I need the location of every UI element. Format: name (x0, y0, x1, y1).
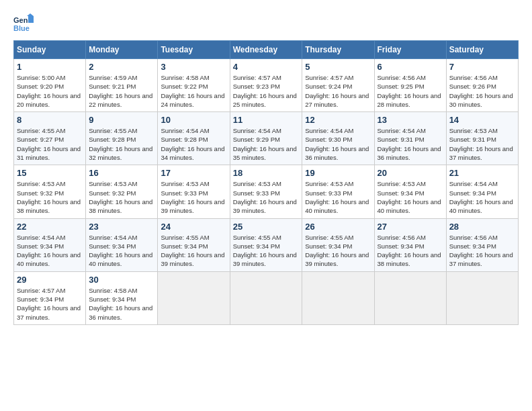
calendar-header-row: SundayMondayTuesdayWednesdayThursdayFrid… (14, 41, 519, 59)
calendar-cell (302, 271, 374, 324)
calendar-cell: 21 Sunrise: 4:54 AMSunset: 9:34 PMDaylig… (446, 165, 518, 218)
header-day-monday: Monday (86, 41, 158, 59)
calendar-cell: 4 Sunrise: 4:57 AMSunset: 9:23 PMDayligh… (230, 59, 302, 112)
calendar-cell (230, 271, 302, 324)
day-info: Sunrise: 4:57 AMSunset: 9:24 PMDaylight:… (305, 73, 371, 109)
day-number: 29 (17, 275, 83, 285)
day-number: 21 (449, 168, 515, 178)
day-number: 12 (305, 115, 371, 125)
header-day-thursday: Thursday (302, 41, 374, 59)
day-info: Sunrise: 4:57 AMSunset: 9:34 PMDaylight:… (17, 286, 83, 322)
calendar-cell: 25 Sunrise: 4:55 AMSunset: 9:34 PMDaylig… (230, 218, 302, 271)
calendar-cell: 24 Sunrise: 4:55 AMSunset: 9:34 PMDaylig… (158, 218, 230, 271)
calendar-cell: 23 Sunrise: 4:54 AMSunset: 9:34 PMDaylig… (86, 218, 158, 271)
day-number: 1 (17, 62, 83, 72)
day-info: Sunrise: 4:53 AMSunset: 9:33 PMDaylight:… (161, 179, 226, 215)
calendar-week-row: 29 Sunrise: 4:57 AMSunset: 9:34 PMDaylig… (14, 271, 519, 324)
day-info: Sunrise: 4:59 AMSunset: 9:21 PMDaylight:… (89, 73, 154, 109)
day-number: 17 (161, 168, 226, 178)
day-info: Sunrise: 4:56 AMSunset: 9:26 PMDaylight:… (449, 73, 515, 109)
calendar-cell: 12 Sunrise: 4:54 AMSunset: 9:30 PMDaylig… (302, 112, 374, 165)
day-info: Sunrise: 4:58 AMSunset: 9:22 PMDaylight:… (161, 73, 226, 109)
day-number: 30 (89, 275, 154, 285)
day-number: 25 (233, 222, 300, 232)
day-number: 7 (449, 62, 515, 72)
calendar-cell: 22 Sunrise: 4:54 AMSunset: 9:34 PMDaylig… (14, 218, 86, 271)
day-number: 3 (161, 62, 226, 72)
calendar-cell: 28 Sunrise: 4:56 AMSunset: 9:34 PMDaylig… (446, 218, 518, 271)
day-info: Sunrise: 4:55 AMSunset: 9:27 PMDaylight:… (17, 126, 83, 162)
day-info: Sunrise: 4:54 AMSunset: 9:34 PMDaylight:… (17, 233, 83, 269)
day-info: Sunrise: 4:53 AMSunset: 9:32 PMDaylight:… (17, 179, 83, 215)
day-number: 11 (233, 115, 300, 125)
day-info: Sunrise: 4:55 AMSunset: 9:34 PMDaylight:… (233, 233, 300, 269)
day-info: Sunrise: 4:54 AMSunset: 9:30 PMDaylight:… (305, 126, 371, 162)
day-info: Sunrise: 4:53 AMSunset: 9:33 PMDaylight:… (305, 179, 371, 215)
calendar-cell: 11 Sunrise: 4:54 AMSunset: 9:29 PMDaylig… (230, 112, 302, 165)
calendar-week-row: 22 Sunrise: 4:54 AMSunset: 9:34 PMDaylig… (14, 218, 519, 271)
day-info: Sunrise: 4:53 AMSunset: 9:31 PMDaylight:… (449, 126, 515, 162)
calendar-cell: 15 Sunrise: 4:53 AMSunset: 9:32 PMDaylig… (14, 165, 86, 218)
logo-icon: General Blue (13, 13, 34, 34)
svg-marker-3 (27, 13, 34, 16)
day-info: Sunrise: 4:54 AMSunset: 9:28 PMDaylight:… (161, 126, 226, 162)
calendar-cell (446, 271, 518, 324)
day-number: 18 (233, 168, 300, 178)
calendar-cell: 19 Sunrise: 4:53 AMSunset: 9:33 PMDaylig… (302, 165, 374, 218)
header: General Blue (13, 13, 519, 34)
header-day-tuesday: Tuesday (158, 41, 230, 59)
calendar-cell (158, 271, 230, 324)
day-info: Sunrise: 4:54 AMSunset: 9:34 PMDaylight:… (89, 233, 154, 269)
calendar-cell: 16 Sunrise: 4:53 AMSunset: 9:32 PMDaylig… (86, 165, 158, 218)
day-number: 28 (449, 222, 515, 232)
day-info: Sunrise: 4:55 AMSunset: 9:28 PMDaylight:… (89, 126, 154, 162)
header-day-wednesday: Wednesday (230, 41, 302, 59)
calendar-cell: 10 Sunrise: 4:54 AMSunset: 9:28 PMDaylig… (158, 112, 230, 165)
day-info: Sunrise: 4:55 AMSunset: 9:34 PMDaylight:… (305, 233, 371, 269)
calendar-cell: 13 Sunrise: 4:54 AMSunset: 9:31 PMDaylig… (374, 112, 446, 165)
day-number: 23 (89, 222, 154, 232)
day-info: Sunrise: 4:54 AMSunset: 9:31 PMDaylight:… (378, 126, 443, 162)
day-number: 4 (233, 62, 300, 72)
day-info: Sunrise: 4:53 AMSunset: 9:32 PMDaylight:… (89, 179, 154, 215)
day-info: Sunrise: 4:56 AMSunset: 9:34 PMDaylight:… (449, 233, 515, 269)
calendar-body: 1 Sunrise: 5:00 AMSunset: 9:20 PMDayligh… (14, 59, 519, 325)
calendar-cell: 18 Sunrise: 4:53 AMSunset: 9:33 PMDaylig… (230, 165, 302, 218)
calendar-week-row: 15 Sunrise: 4:53 AMSunset: 9:32 PMDaylig… (14, 165, 519, 218)
day-number: 22 (17, 222, 83, 232)
calendar-cell: 3 Sunrise: 4:58 AMSunset: 9:22 PMDayligh… (158, 59, 230, 112)
calendar-cell: 7 Sunrise: 4:56 AMSunset: 9:26 PMDayligh… (446, 59, 518, 112)
day-number: 15 (17, 168, 83, 178)
day-info: Sunrise: 4:53 AMSunset: 9:34 PMDaylight:… (378, 179, 443, 215)
header-day-sunday: Sunday (14, 41, 86, 59)
day-info: Sunrise: 5:00 AMSunset: 9:20 PMDaylight:… (17, 73, 83, 109)
calendar-cell: 9 Sunrise: 4:55 AMSunset: 9:28 PMDayligh… (86, 112, 158, 165)
day-number: 5 (305, 62, 371, 72)
day-info: Sunrise: 4:57 AMSunset: 9:23 PMDaylight:… (233, 73, 300, 109)
day-info: Sunrise: 4:53 AMSunset: 9:33 PMDaylight:… (233, 179, 300, 215)
day-number: 19 (305, 168, 371, 178)
calendar-cell: 2 Sunrise: 4:59 AMSunset: 9:21 PMDayligh… (86, 59, 158, 112)
calendar-cell: 6 Sunrise: 4:56 AMSunset: 9:25 PMDayligh… (374, 59, 446, 112)
calendar-cell: 26 Sunrise: 4:55 AMSunset: 9:34 PMDaylig… (302, 218, 374, 271)
svg-marker-2 (28, 16, 34, 23)
calendar-cell: 1 Sunrise: 5:00 AMSunset: 9:20 PMDayligh… (14, 59, 86, 112)
calendar-cell: 29 Sunrise: 4:57 AMSunset: 9:34 PMDaylig… (14, 271, 86, 324)
day-info: Sunrise: 4:54 AMSunset: 9:34 PMDaylight:… (449, 179, 515, 215)
logo: General Blue (13, 13, 36, 34)
day-number: 6 (378, 62, 443, 72)
calendar-cell: 8 Sunrise: 4:55 AMSunset: 9:27 PMDayligh… (14, 112, 86, 165)
day-number: 13 (378, 115, 443, 125)
calendar-cell: 27 Sunrise: 4:56 AMSunset: 9:34 PMDaylig… (374, 218, 446, 271)
day-info: Sunrise: 4:56 AMSunset: 9:25 PMDaylight:… (378, 73, 443, 109)
day-info: Sunrise: 4:55 AMSunset: 9:34 PMDaylight:… (161, 233, 226, 269)
day-number: 9 (89, 115, 154, 125)
day-number: 8 (17, 115, 83, 125)
day-info: Sunrise: 4:58 AMSunset: 9:34 PMDaylight:… (89, 286, 154, 322)
calendar-cell: 17 Sunrise: 4:53 AMSunset: 9:33 PMDaylig… (158, 165, 230, 218)
day-number: 14 (449, 115, 515, 125)
day-number: 20 (378, 168, 443, 178)
day-number: 10 (161, 115, 226, 125)
day-info: Sunrise: 4:56 AMSunset: 9:34 PMDaylight:… (378, 233, 443, 269)
svg-text:Blue: Blue (13, 24, 30, 32)
